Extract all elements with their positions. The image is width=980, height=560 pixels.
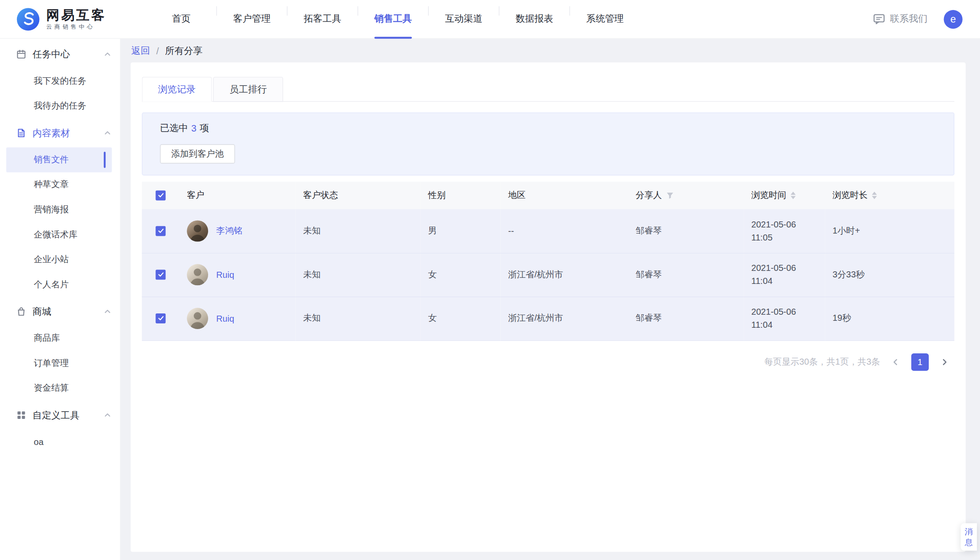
chevron-up-icon[interactable] xyxy=(104,50,111,58)
logo-title: 网易互客 xyxy=(46,7,106,23)
contact-us-label: 联系我们 xyxy=(890,13,927,25)
task-center-icon xyxy=(16,49,26,59)
cell-sharer: 邹睿琴 xyxy=(628,296,744,340)
row-checkbox[interactable] xyxy=(156,313,166,323)
sidebar-item-marketing-posters[interactable]: 营销海报 xyxy=(0,197,120,222)
app-root: 网易互客 云商销售中心 首页 客户管理 拓客工具 销售工具 互动渠道 数据报表 … xyxy=(0,0,980,560)
sidebar-item-label: 种草文章 xyxy=(34,179,69,191)
nav-item-interaction-channels[interactable]: 互动渠道 xyxy=(429,0,499,38)
sidebar-item-seeding-articles[interactable]: 种草文章 xyxy=(0,172,120,198)
breadcrumb-separator: / xyxy=(156,45,159,56)
topbar-right: 联系我们 e xyxy=(873,10,980,28)
customer-avatar xyxy=(187,220,208,241)
duration-sort-icon[interactable] xyxy=(872,192,877,199)
sidebar-item-label: 我下发的任务 xyxy=(34,76,86,87)
customer-avatar xyxy=(187,308,208,329)
pagination-summary: 每页显示30条，共1页，共3条 xyxy=(764,356,880,367)
chevron-up-icon[interactable] xyxy=(104,308,111,315)
cell-gender: 男 xyxy=(420,209,500,253)
column-header-region: 地区 xyxy=(500,182,628,209)
cell-gender: 女 xyxy=(420,253,500,296)
column-header-customer: 客户 xyxy=(179,182,296,209)
sidebar-item-label: 我待办的任务 xyxy=(34,101,86,112)
sidebar-item-label: 个人名片 xyxy=(34,279,69,290)
cell-sharer: 邹睿琴 xyxy=(628,253,744,296)
customer-name-link[interactable]: 李鸿铭 xyxy=(216,225,242,237)
sidebar: 任务中心 我下发的任务 我待办的任务 内容素材 销售文件 种草文章 营销海报 企… xyxy=(0,39,121,560)
selection-prefix: 已选中 xyxy=(160,122,188,134)
customer-name-link[interactable]: Ruiq xyxy=(216,270,234,280)
cell-status: 未知 xyxy=(296,253,421,296)
chat-icon xyxy=(873,13,885,25)
selection-count: 3 xyxy=(191,123,196,133)
cell-duration: 1小时+ xyxy=(825,209,954,253)
sidebar-section-label: 任务中心 xyxy=(33,48,104,60)
tab-browse-records[interactable]: 浏览记录 xyxy=(142,77,212,102)
row-checkbox[interactable] xyxy=(156,270,166,280)
cell-view-time: 2021-05-06 11:04 xyxy=(744,296,825,340)
customer-name-link[interactable]: Ruiq xyxy=(216,313,234,323)
content-card: 浏览记录 员工排行 已选中 3 项 添加到客户池 xyxy=(131,63,966,552)
pagination: 每页显示30条，共1页，共3条 1 xyxy=(142,353,954,370)
sidebar-item-fund-settlement[interactable]: 资金结算 xyxy=(0,376,120,401)
message-float-button[interactable]: 消息 xyxy=(960,523,977,550)
sidebar-item-my-assigned-tasks[interactable]: 我下发的任务 xyxy=(0,69,120,94)
chevron-up-icon[interactable] xyxy=(104,412,111,419)
add-to-customer-pool-button[interactable]: 添加到客户池 xyxy=(160,144,235,164)
sidebar-section-task-center[interactable]: 任务中心 xyxy=(0,40,120,69)
cell-duration: 3分33秒 xyxy=(825,253,954,296)
chevron-up-icon[interactable] xyxy=(104,129,111,137)
row-checkbox[interactable] xyxy=(156,226,166,236)
pagination-page-1[interactable]: 1 xyxy=(911,353,929,370)
sidebar-item-wecom-scripts[interactable]: 企微话术库 xyxy=(0,222,120,247)
sidebar-section-mall[interactable]: 商城 xyxy=(0,297,120,326)
sidebar-item-order-management[interactable]: 订单管理 xyxy=(0,351,120,376)
sidebar-section-content-material[interactable]: 内容素材 xyxy=(0,119,120,147)
sidebar-section-custom-tools[interactable]: 自定义工具 xyxy=(0,401,120,429)
breadcrumb: 返回 / 所有分享 xyxy=(121,39,980,63)
nav-item-data-reports[interactable]: 数据报表 xyxy=(500,0,569,38)
sidebar-item-label: 销售文件 xyxy=(34,154,69,165)
cell-duration: 19秒 xyxy=(825,296,954,340)
sidebar-item-company-minisite[interactable]: 企业小站 xyxy=(0,247,120,273)
column-header-view-time: 浏览时间 xyxy=(744,182,825,209)
view-time-sort-icon[interactable] xyxy=(791,192,796,199)
tab-bar: 浏览记录 员工排行 xyxy=(142,77,954,102)
sidebar-item-sales-files[interactable]: 销售文件 xyxy=(6,147,112,172)
sidebar-section-label: 自定义工具 xyxy=(33,409,104,421)
breadcrumb-back-link[interactable]: 返回 xyxy=(131,45,150,56)
select-all-checkbox[interactable] xyxy=(156,190,166,200)
nav-item-prospecting-tools[interactable]: 拓客工具 xyxy=(288,0,358,38)
user-avatar[interactable]: e xyxy=(944,10,963,28)
sidebar-item-label: 企业小站 xyxy=(34,254,69,265)
logo-icon xyxy=(16,7,40,31)
column-header-duration: 浏览时长 xyxy=(825,182,954,209)
sidebar-item-label: 企微话术库 xyxy=(34,229,78,240)
nav-item-home[interactable]: 首页 xyxy=(146,0,216,38)
sidebar-item-label: 资金结算 xyxy=(34,383,69,394)
top-header: 网易互客 云商销售中心 首页 客户管理 拓客工具 销售工具 互动渠道 数据报表 … xyxy=(0,0,980,39)
nav-item-customer-management[interactable]: 客户管理 xyxy=(217,0,287,38)
nav-item-sales-tools[interactable]: 销售工具 xyxy=(358,0,428,38)
contact-us-button[interactable]: 联系我们 xyxy=(873,13,927,25)
sidebar-section-label: 商城 xyxy=(33,306,104,317)
breadcrumb-current: 所有分享 xyxy=(165,45,202,56)
sidebar-item-label: oa xyxy=(34,437,43,447)
sharer-filter-icon[interactable] xyxy=(666,192,674,199)
sidebar-item-personal-card[interactable]: 个人名片 xyxy=(0,272,120,297)
table-row: Ruiq 未知 女 浙江省/杭州市 邹睿琴 2021-05-06 11:04 1… xyxy=(142,296,954,340)
column-header-sharer: 分享人 xyxy=(628,182,744,209)
logo[interactable]: 网易互客 云商销售中心 xyxy=(0,7,144,31)
sidebar-item-oa[interactable]: oa xyxy=(0,429,120,455)
logo-text: 网易互客 云商销售中心 xyxy=(46,7,106,31)
pagination-prev-icon[interactable] xyxy=(888,354,904,369)
sidebar-item-my-pending-tasks[interactable]: 我待办的任务 xyxy=(0,94,120,119)
table-row: Ruiq 未知 女 浙江省/杭州市 邹睿琴 2021-05-06 11:04 3… xyxy=(142,253,954,296)
cell-sharer: 邹睿琴 xyxy=(628,209,744,253)
tab-employee-ranking[interactable]: 员工排行 xyxy=(213,77,283,102)
pagination-next-icon[interactable] xyxy=(937,354,952,369)
sidebar-item-product-library[interactable]: 商品库 xyxy=(0,326,120,351)
column-header-status: 客户状态 xyxy=(296,182,421,209)
sidebar-section-label: 内容素材 xyxy=(33,127,104,139)
nav-item-system-management[interactable]: 系统管理 xyxy=(570,0,640,38)
